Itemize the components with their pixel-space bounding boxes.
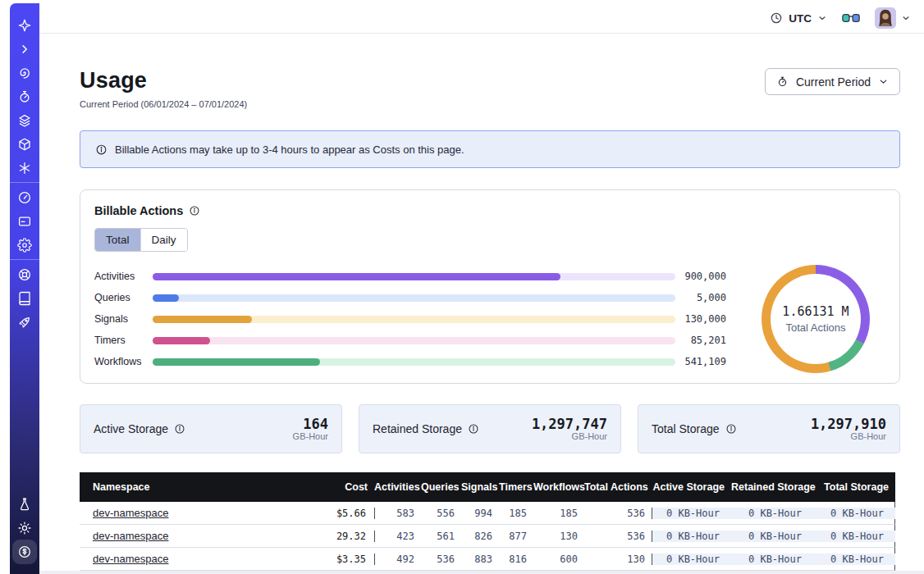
feedback-glasses-icon[interactable] <box>842 12 860 24</box>
storage-card-label: Active Storage <box>94 422 185 435</box>
storage-card-value-block: 1,297,910GB-Hour <box>811 417 886 442</box>
storage-card-value: 164 <box>293 417 328 432</box>
storage-card-label-text: Active Storage <box>94 422 168 435</box>
bar-track <box>153 273 675 280</box>
bar-track <box>153 337 675 344</box>
table-header-row: NamespaceCostActivitiesQueriesSignalsTim… <box>80 472 895 502</box>
chevron-down-icon <box>878 76 889 87</box>
storage-card-value: 1,297,747 <box>532 417 607 432</box>
column-header: Queries <box>421 481 461 493</box>
spiral-icon[interactable] <box>10 61 39 84</box>
info-icon[interactable] <box>725 423 737 435</box>
signals-cell: 826 <box>461 531 499 542</box>
bar-label: Signals <box>94 313 153 325</box>
user-menu[interactable] <box>875 7 911 29</box>
bar-label: Queries <box>94 292 153 303</box>
bar-value: 900,000 <box>675 271 726 282</box>
storage-summary-row: Active Storage164GB-HourRetained Storage… <box>80 404 900 453</box>
retained-storage-card: Retained Storage1,297,747GB-Hour <box>359 404 621 453</box>
bar-fill <box>153 337 210 344</box>
bar-value: 85,201 <box>675 335 726 346</box>
storage-card-label-text: Retained Storage <box>373 422 462 435</box>
billable-actions-title: Billable Actions <box>94 204 183 217</box>
retained-storage-cell: 0 KB-Hour <box>731 554 813 565</box>
nav-star-icon[interactable] <box>10 13 39 37</box>
layers-icon[interactable] <box>10 108 39 132</box>
column-header: Timers <box>499 481 533 493</box>
info-icon[interactable] <box>189 205 200 216</box>
active-storage-cell: 0 KB-Hour <box>652 508 731 519</box>
billable-actions-bar-chart: Activities900,000Queries5,000Signals130,… <box>94 266 726 372</box>
cube-icon[interactable] <box>10 132 39 156</box>
donut-caption: Total Actions <box>786 321 846 334</box>
sidebar-divider <box>10 259 39 260</box>
lifebuoy-icon[interactable] <box>10 262 39 286</box>
bar-value: 130,000 <box>675 313 726 325</box>
column-header: Cost <box>322 481 374 493</box>
sun-icon[interactable] <box>10 516 39 540</box>
timers-cell: 185 <box>499 508 533 519</box>
timezone-selector[interactable]: UTC <box>770 11 827 25</box>
column-header: Signals <box>461 481 499 493</box>
timezone-label: UTC <box>789 12 812 25</box>
storage-card-label-text: Total Storage <box>652 422 720 435</box>
namespace-link[interactable]: dev-namespace <box>93 553 169 565</box>
bar-fill <box>153 273 560 280</box>
total-actions-cell: 536 <box>584 531 652 542</box>
period-button-label: Current Period <box>796 75 871 89</box>
active-storage-cell: 0 KB-Hour <box>652 554 731 565</box>
flask-icon[interactable] <box>10 492 39 516</box>
total-storage-cell: 0 KB-Hour <box>813 508 895 519</box>
retained-storage-cell: 0 KB-Hour <box>731 531 813 542</box>
gear-icon[interactable] <box>10 233 39 257</box>
signals-cell: 883 <box>461 554 499 565</box>
storage-card-value-block: 164GB-Hour <box>293 417 328 442</box>
bar-fill <box>153 294 179 302</box>
asterisk-icon[interactable] <box>10 156 39 180</box>
bar-track <box>153 316 675 323</box>
main-content: Usage Current Period (06/01/2024 – 07/01… <box>39 34 924 574</box>
column-header: Workflows <box>533 481 584 493</box>
activities-cell: 583 <box>374 508 421 519</box>
gauge-icon[interactable] <box>10 185 39 209</box>
sidebar-divider <box>10 182 39 183</box>
user-avatar <box>875 7 896 29</box>
bar-fill <box>153 358 320 366</box>
window-card-icon[interactable] <box>10 209 39 233</box>
rocket-icon[interactable] <box>10 310 39 334</box>
chevron-right-icon[interactable] <box>10 37 39 61</box>
chevron-down-icon <box>901 13 911 23</box>
storage-card-unit: GB-Hour <box>293 431 328 441</box>
timers-cell: 877 <box>499 531 533 542</box>
bar-row-timers: Timers85,201 <box>94 330 726 351</box>
info-icon[interactable] <box>468 423 479 435</box>
bar-value: 5,000 <box>675 292 726 303</box>
billable-actions-card: Billable Actions TotalDaily Activities90… <box>80 189 900 384</box>
namespace-link[interactable]: dev-namespace <box>93 507 169 519</box>
workflows-cell: 600 <box>533 554 584 565</box>
stopwatch-icon[interactable] <box>10 84 39 108</box>
bar-fill <box>153 316 252 323</box>
retained-storage-cell: 0 KB-Hour <box>731 508 813 519</box>
queries-cell: 556 <box>421 508 461 519</box>
info-icon[interactable] <box>174 423 185 435</box>
table-row: dev-namespace$5.665835569941851855360 KB… <box>80 502 895 525</box>
dollar-coin-icon[interactable] <box>12 540 37 564</box>
column-header: Active Storage <box>652 481 731 493</box>
table-row: dev-namespace29.324235618268771305360 KB… <box>80 525 895 548</box>
column-header: Namespace <box>80 481 322 493</box>
book-icon[interactable] <box>10 286 39 310</box>
total-actions-donut-chart: 1.66131 M Total Actions <box>762 265 870 373</box>
storage-card-value-block: 1,297,747GB-Hour <box>532 417 607 442</box>
info-banner: Billable Actions may take up to 3-4 hour… <box>80 130 900 168</box>
namespace-link[interactable]: dev-namespace <box>93 530 169 542</box>
storage-card-unit: GB-Hour <box>811 431 886 441</box>
cost-cell: 29.32 <box>322 531 374 542</box>
bar-track <box>153 358 675 366</box>
table-next-row-edge <box>39 571 924 574</box>
tab-total[interactable]: Total <box>95 229 140 251</box>
period-selector-button[interactable]: Current Period <box>765 68 900 95</box>
clock-icon <box>770 11 783 25</box>
tab-daily[interactable]: Daily <box>140 229 187 251</box>
timers-cell: 816 <box>499 554 533 565</box>
